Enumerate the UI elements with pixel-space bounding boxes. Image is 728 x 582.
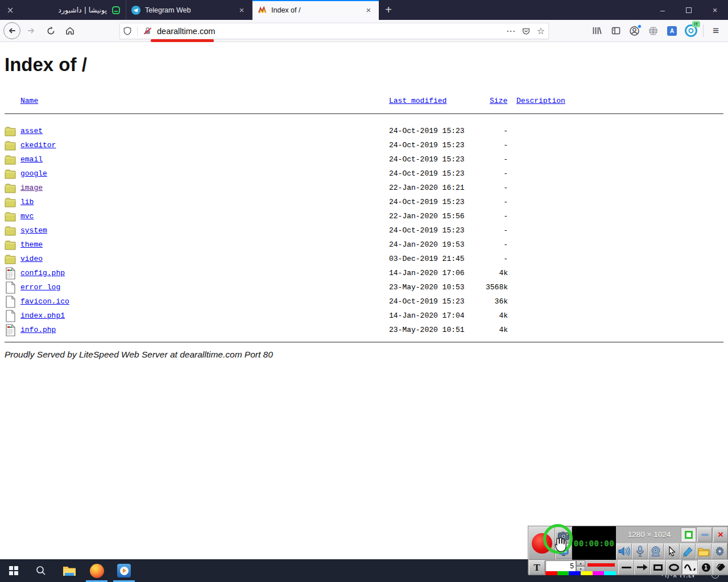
file-size: 4k bbox=[438, 269, 508, 277]
file-size: - bbox=[438, 169, 508, 178]
pen-size-input[interactable]: 5 bbox=[545, 560, 576, 572]
tab-close-icon[interactable]: × bbox=[363, 5, 374, 15]
cursor-capture-button[interactable] bbox=[664, 543, 680, 559]
sort-by-name-link[interactable]: Name bbox=[20, 97, 38, 105]
window-close-button[interactable]: × bbox=[702, 0, 728, 20]
number-badge-tool-button[interactable]: 1 bbox=[698, 560, 714, 575]
pencil-tool-button[interactable] bbox=[680, 543, 696, 559]
file-type-icon bbox=[5, 296, 16, 308]
urlbar-divider bbox=[137, 26, 138, 36]
color-swatch[interactable] bbox=[593, 571, 605, 575]
sort-by-modified-link[interactable]: Last modified bbox=[389, 97, 446, 105]
directory-rows: asset 24-Oct-2019 15:23 - ckeditor 24-Oc… bbox=[0, 124, 728, 338]
file-link[interactable]: google bbox=[20, 169, 47, 178]
eraser-tool-button[interactable] bbox=[713, 560, 728, 575]
pen-size-stepper[interactable]: ▲ ▼ bbox=[576, 560, 585, 572]
file-link[interactable]: error_log bbox=[20, 283, 60, 292]
file-link[interactable]: video bbox=[20, 255, 43, 263]
taskbar-firefox-icon[interactable] bbox=[84, 559, 109, 582]
new-tab-button[interactable]: + bbox=[379, 0, 398, 20]
back-button[interactable] bbox=[3, 22, 20, 39]
file-size: - bbox=[438, 127, 508, 135]
curve-tool-button[interactable] bbox=[682, 560, 698, 575]
extension-it-icon[interactable]: IT bbox=[682, 22, 700, 39]
window-minimize-button[interactable]: – bbox=[650, 0, 676, 20]
translate-icon[interactable]: A bbox=[663, 22, 681, 39]
table-row: image 22-Jan-2020 16:21 - bbox=[0, 181, 728, 196]
file-link[interactable]: lib bbox=[20, 198, 34, 206]
account-notification-dot bbox=[638, 24, 642, 28]
green-region-icon bbox=[685, 531, 693, 539]
table-row: lib 24-Oct-2019 15:23 - bbox=[0, 196, 728, 210]
ellipse-tool-button[interactable] bbox=[666, 560, 682, 575]
reload-button[interactable] bbox=[42, 22, 59, 39]
sidebar-toggle-icon[interactable] bbox=[607, 22, 624, 39]
url-bar[interactable]: dearalltime.com ··· ☆ bbox=[119, 23, 549, 39]
resize-region-button[interactable] bbox=[681, 527, 696, 542]
it-badge: IT bbox=[692, 21, 700, 27]
arrow-tool-button[interactable] bbox=[634, 560, 650, 575]
file-link[interactable]: image bbox=[20, 184, 43, 192]
file-link[interactable]: info.php bbox=[20, 326, 56, 334]
file-size: 4k bbox=[438, 311, 508, 320]
url-text[interactable]: dearalltime.com bbox=[155, 27, 504, 36]
file-link[interactable]: config.php bbox=[20, 269, 65, 277]
rectangle-tool-button[interactable] bbox=[650, 560, 666, 575]
color-swatch[interactable] bbox=[604, 571, 616, 575]
file-link[interactable]: favicon.ico bbox=[20, 297, 69, 306]
file-link[interactable]: index.php1 bbox=[20, 311, 65, 320]
line-tool-button[interactable] bbox=[618, 560, 634, 575]
menu-hamburger-icon[interactable]: ≡ bbox=[707, 22, 725, 39]
recorder-minimize-button[interactable] bbox=[697, 527, 712, 542]
badge-one-icon: 1 bbox=[702, 563, 710, 572]
start-button[interactable] bbox=[1, 559, 26, 582]
window-restore-button[interactable] bbox=[676, 0, 702, 20]
stepper-up-icon[interactable]: ▲ bbox=[576, 560, 585, 566]
file-link[interactable]: theme bbox=[20, 240, 43, 249]
file-link[interactable]: asset bbox=[20, 127, 43, 135]
pocket-icon[interactable] bbox=[519, 27, 533, 36]
file-explorer-icon[interactable] bbox=[57, 559, 82, 582]
file-link[interactable]: email bbox=[20, 155, 43, 164]
bookmark-star-icon[interactable]: ☆ bbox=[533, 26, 548, 36]
account-icon[interactable] bbox=[626, 22, 643, 39]
taskbar-media-player-icon[interactable] bbox=[111, 559, 136, 582]
tab-title: پونیشا | داشبورد bbox=[20, 6, 107, 14]
globe-icon[interactable] bbox=[644, 22, 662, 39]
file-link[interactable]: system bbox=[20, 226, 47, 235]
tab-telegram[interactable]: Telegram Web × bbox=[126, 0, 253, 20]
file-size: - bbox=[438, 198, 508, 206]
color-swatch[interactable] bbox=[581, 571, 593, 575]
settings-gear-button[interactable] bbox=[712, 543, 727, 559]
tab-close-icon[interactable]: × bbox=[5, 5, 15, 15]
firefox-logo-icon bbox=[90, 564, 104, 578]
library-icon[interactable] bbox=[588, 22, 606, 39]
tab-index-of[interactable]: Index of / × bbox=[253, 0, 379, 20]
recorder-close-button[interactable]: × bbox=[713, 527, 728, 542]
speaker-button[interactable] bbox=[616, 543, 632, 559]
forward-button[interactable] bbox=[23, 22, 40, 39]
text-tool-button[interactable]: T bbox=[529, 560, 545, 575]
page-title: Index of / bbox=[5, 54, 87, 76]
tab-close-icon[interactable]: × bbox=[237, 5, 247, 15]
file-type-icon bbox=[5, 125, 16, 138]
file-link[interactable]: mvc bbox=[20, 212, 34, 221]
color-swatch[interactable] bbox=[557, 571, 569, 575]
home-button[interactable] bbox=[61, 22, 78, 39]
window-controls: – × bbox=[650, 0, 728, 20]
file-type-icon bbox=[5, 210, 16, 223]
webcam-button[interactable] bbox=[648, 543, 664, 559]
page-actions-icon[interactable]: ··· bbox=[504, 27, 519, 35]
taskbar-search-icon[interactable] bbox=[28, 559, 53, 582]
insecure-lock-icon[interactable] bbox=[140, 26, 155, 36]
tab-ponisha[interactable]: پونیشا | داشبورد × bbox=[0, 0, 126, 20]
file-link[interactable]: ckeditor bbox=[20, 141, 56, 149]
sort-by-description-link[interactable]: Description bbox=[516, 97, 565, 105]
microphone-button[interactable] bbox=[632, 543, 648, 559]
color-swatch[interactable] bbox=[545, 571, 557, 575]
tracking-shield-icon[interactable] bbox=[120, 26, 135, 36]
color-swatch[interactable] bbox=[569, 571, 581, 575]
open-folder-button[interactable] bbox=[696, 543, 712, 559]
color-palette bbox=[545, 571, 616, 575]
sort-by-size-link[interactable]: Size bbox=[490, 97, 507, 105]
